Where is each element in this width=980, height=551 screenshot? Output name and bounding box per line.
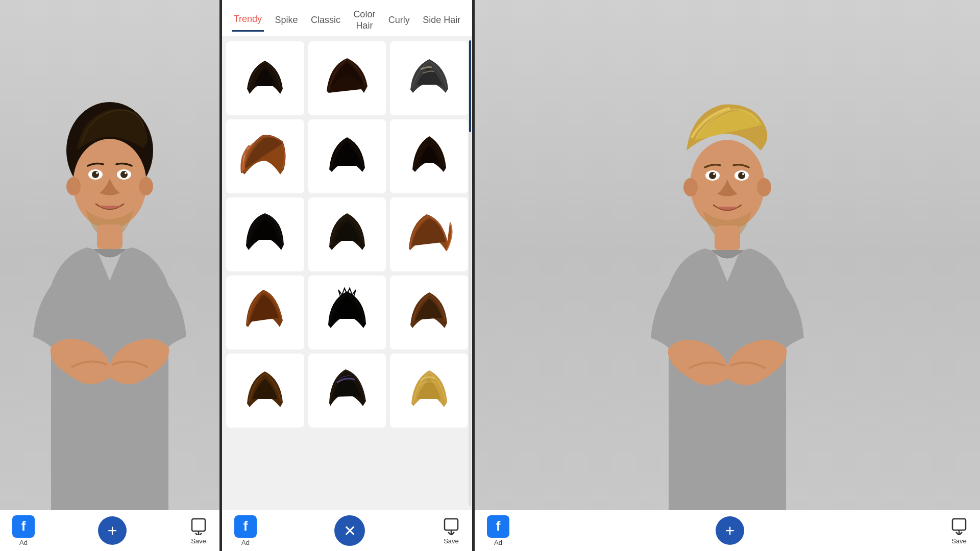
scrollbar-thumb[interactable] [469,40,471,132]
right-add-icon: + [716,516,744,545]
left-bottom-bar: f Ad + Save [0,510,219,551]
right-bottom-bar: f Ad + Save [475,510,980,551]
hair-item-13[interactable] [226,354,304,428]
center-ad-button[interactable]: f Ad [234,515,257,546]
left-save-icon [190,517,207,536]
left-fb-icon: f [12,515,35,538]
svg-rect-23 [952,519,966,530]
hair-item-14[interactable] [308,354,386,428]
svg-point-8 [96,172,98,174]
hair-item-9[interactable] [390,197,468,271]
tab-trendy[interactable]: Trendy [232,11,264,32]
hair-item-4[interactable] [226,119,304,193]
right-ad-label: Ad [494,539,502,546]
hair-item-12[interactable] [390,276,468,349]
svg-rect-12 [445,519,458,530]
svg-point-20 [713,173,715,175]
hair-item-11[interactable] [308,276,386,349]
right-save-button[interactable]: Save [950,517,968,545]
tab-spike[interactable]: Spike [273,12,300,31]
left-panel: f Ad + Save [0,0,219,551]
hair-item-1[interactable] [226,41,304,115]
center-ad-label: Ad [241,539,250,546]
left-save-button[interactable]: Save [190,517,207,545]
hair-item-3[interactable] [390,41,468,115]
center-save-label: Save [444,537,459,545]
left-add-icon: + [98,516,127,545]
tab-side-hair[interactable]: Side Hair [421,12,462,31]
left-ad-label: Ad [19,539,28,546]
hair-item-2[interactable] [308,41,386,115]
center-panel: Trendy Spike Classic ColorHair Curly Sid… [219,0,475,551]
nav-tabs: Trendy Spike Classic ColorHair Curly Sid… [222,0,472,36]
hair-item-7[interactable] [226,197,304,271]
hair-item-15[interactable] [390,354,468,428]
svg-point-2 [66,177,81,195]
svg-point-14 [683,178,698,196]
svg-point-18 [709,172,716,179]
right-save-label: Save [951,537,967,545]
svg-point-6 [92,171,99,178]
center-save-icon [443,517,460,536]
hair-item-10[interactable] [226,276,304,349]
hair-item-6[interactable] [390,119,468,193]
center-close-button[interactable]: ✕ [334,515,365,546]
hair-item-8[interactable] [308,197,386,271]
tab-color-hair[interactable]: ColorHair [351,6,377,36]
hair-grid-container[interactable] [222,36,472,510]
hair-item-5[interactable] [308,119,386,193]
right-save-icon [950,517,968,536]
right-add-button[interactable]: + [716,516,744,545]
right-panel: f Ad + Save [475,0,980,551]
left-save-label: Save [191,537,206,545]
left-ad-button[interactable]: f Ad [12,515,35,546]
svg-rect-11 [192,519,205,531]
svg-point-21 [742,173,744,175]
tab-classic[interactable]: Classic [309,12,342,31]
center-save-button[interactable]: Save [443,517,460,545]
tab-curly[interactable]: Curly [386,12,412,31]
svg-point-19 [738,172,745,179]
right-fb-icon: f [487,515,509,538]
left-add-button[interactable]: + [98,516,127,545]
svg-rect-22 [715,226,740,251]
svg-point-15 [757,178,771,196]
svg-point-9 [125,172,127,174]
left-person-photo [0,0,219,510]
hair-grid [226,41,468,428]
right-person-photo [475,0,980,510]
right-ad-button[interactable]: f Ad [487,515,509,546]
center-fb-icon: f [234,515,257,538]
center-bottom-bar: f Ad ✕ Save [222,510,472,551]
svg-rect-10 [97,224,122,250]
svg-point-7 [120,171,128,178]
svg-point-3 [139,177,153,195]
scrollbar-track [469,40,471,506]
